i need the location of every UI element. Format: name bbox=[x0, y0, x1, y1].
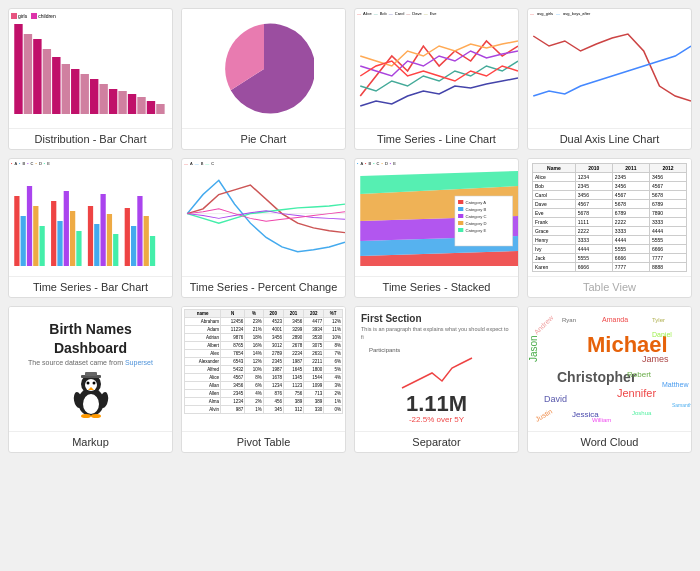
svg-text:Category D: Category D bbox=[465, 221, 486, 226]
card-markup[interactable]: Birth Names Dashboard The source dataset… bbox=[8, 306, 173, 453]
svg-text:Category E: Category E bbox=[465, 228, 486, 233]
card-ts-stacked[interactable]: ▪A ▪B ▪C ▪D ▪E Category A Category B bbox=[354, 158, 519, 298]
svg-text:Category C: Category C bbox=[465, 214, 486, 219]
svg-rect-1 bbox=[24, 34, 32, 114]
svg-rect-11 bbox=[118, 91, 126, 114]
separator-label: Separator bbox=[355, 431, 518, 452]
card-ts-percent[interactable]: —A —B —C Time Series - Percent Change bbox=[181, 158, 346, 298]
markup-visual: Birth Names Dashboard The source dataset… bbox=[9, 307, 172, 431]
svg-rect-2 bbox=[33, 39, 41, 114]
svg-rect-49 bbox=[458, 221, 463, 225]
card-bar-chart[interactable]: girls children bbox=[8, 8, 173, 150]
card-separator[interactable]: First Section This is an paragraph that … bbox=[354, 306, 519, 453]
markup-link: Superset bbox=[125, 359, 153, 366]
separator-visual: First Section This is an paragraph that … bbox=[355, 307, 518, 431]
card-dual-axis[interactable]: —avg_girls —avg_boys_after Dual Axis Lin… bbox=[527, 8, 692, 150]
svg-text:Joshua: Joshua bbox=[632, 410, 652, 416]
svg-rect-19 bbox=[33, 206, 38, 266]
sep-paragraph: This is an paragraph that explains what … bbox=[361, 326, 512, 341]
wordcloud-visual: Michael Christopher Jennifer Jason David… bbox=[528, 307, 691, 431]
svg-rect-33 bbox=[137, 196, 142, 266]
svg-text:Robert: Robert bbox=[627, 370, 652, 379]
svg-rect-17 bbox=[21, 216, 26, 266]
sep-section-title: First Section bbox=[361, 313, 512, 324]
svg-rect-12 bbox=[128, 94, 136, 114]
ts-stacked-label: Time Series - Stacked bbox=[355, 276, 518, 297]
svg-rect-20 bbox=[39, 226, 44, 266]
pie-chart-visual bbox=[182, 9, 345, 128]
svg-text:Tyler: Tyler bbox=[652, 317, 665, 323]
wordcloud-label: Word Cloud bbox=[528, 431, 691, 452]
svg-rect-13 bbox=[137, 97, 145, 114]
svg-rect-22 bbox=[57, 221, 62, 266]
svg-rect-30 bbox=[113, 234, 118, 266]
svg-rect-0 bbox=[14, 24, 22, 114]
svg-rect-10 bbox=[109, 89, 117, 114]
table-view-visual: Name201020112012 Alice123423453456 Bob23… bbox=[528, 159, 691, 276]
svg-point-61 bbox=[91, 414, 101, 418]
svg-text:Justin: Justin bbox=[534, 408, 553, 423]
svg-text:Matthew: Matthew bbox=[662, 381, 689, 388]
card-pie-chart[interactable]: Pie Chart bbox=[181, 8, 346, 150]
svg-text:James: James bbox=[642, 354, 669, 364]
svg-text:Daniel: Daniel bbox=[652, 331, 672, 338]
svg-point-58 bbox=[92, 381, 95, 384]
pivot-label: Pivot Table bbox=[182, 431, 345, 452]
svg-rect-5 bbox=[62, 64, 70, 114]
svg-text:Category A: Category A bbox=[465, 200, 486, 205]
svg-rect-29 bbox=[107, 214, 112, 266]
svg-text:Jason: Jason bbox=[528, 335, 539, 362]
svg-rect-9 bbox=[99, 84, 107, 114]
bar-chart-label: Distribution - Bar Chart bbox=[9, 128, 172, 149]
dual-axis-visual: —avg_girls —avg_boys_after bbox=[528, 9, 691, 128]
svg-rect-7 bbox=[81, 74, 89, 114]
svg-rect-34 bbox=[144, 216, 149, 266]
svg-text:Amanda: Amanda bbox=[602, 316, 628, 323]
svg-rect-27 bbox=[94, 224, 99, 266]
svg-text:Jennifer: Jennifer bbox=[617, 387, 656, 399]
svg-text:Andrew: Andrew bbox=[533, 313, 555, 335]
svg-point-60 bbox=[81, 414, 91, 418]
svg-rect-35 bbox=[150, 236, 155, 266]
pie-chart-label: Pie Chart bbox=[182, 128, 345, 149]
svg-rect-26 bbox=[88, 206, 93, 266]
svg-rect-8 bbox=[90, 79, 98, 114]
svg-rect-3 bbox=[43, 49, 51, 114]
line-chart-label: Time Series - Line Chart bbox=[355, 128, 518, 149]
table-view-label: Table View bbox=[528, 276, 691, 297]
line-chart-visual: —Alice —Bob —Carol —Dave —Eve bbox=[355, 9, 518, 128]
chart-gallery: girls children bbox=[0, 0, 700, 461]
dual-axis-label: Dual Axis Line Chart bbox=[528, 128, 691, 149]
svg-rect-65 bbox=[85, 372, 97, 376]
svg-rect-23 bbox=[64, 191, 69, 266]
svg-rect-15 bbox=[156, 104, 164, 114]
svg-rect-43 bbox=[458, 200, 463, 204]
card-ts-bar[interactable]: ▪A ▪B ▪C ▪D ▪E bbox=[8, 158, 173, 298]
card-table-view[interactable]: Name201020112012 Alice123423453456 Bob23… bbox=[527, 158, 692, 298]
svg-rect-47 bbox=[458, 214, 463, 218]
svg-rect-31 bbox=[125, 208, 130, 266]
svg-rect-51 bbox=[458, 228, 463, 232]
svg-rect-28 bbox=[100, 194, 105, 266]
svg-text:David: David bbox=[544, 394, 567, 404]
card-pivot[interactable]: nameN%200201202%T Abraham1245623%4523345… bbox=[181, 306, 346, 453]
svg-point-57 bbox=[86, 381, 89, 384]
svg-text:Christopher: Christopher bbox=[557, 369, 637, 385]
svg-rect-24 bbox=[70, 211, 75, 266]
svg-rect-25 bbox=[76, 231, 81, 266]
ts-bar-visual: ▪A ▪B ▪C ▪D ▪E bbox=[9, 159, 172, 276]
sep-change: -22.5% over 5Y bbox=[409, 415, 464, 424]
ts-percent-label: Time Series - Percent Change bbox=[182, 276, 345, 297]
svg-point-54 bbox=[83, 394, 99, 414]
ts-bar-label: Time Series - Bar Chart bbox=[9, 276, 172, 297]
svg-rect-18 bbox=[27, 186, 32, 266]
card-wordcloud[interactable]: Michael Christopher Jennifer Jason David… bbox=[527, 306, 692, 453]
card-line-chart[interactable]: —Alice —Bob —Carol —Dave —Eve Time Serie… bbox=[354, 8, 519, 150]
pivot-visual: nameN%200201202%T Abraham1245623%4523345… bbox=[182, 307, 345, 431]
sep-big-number: 1.11M bbox=[406, 393, 467, 415]
svg-text:Samantha: Samantha bbox=[672, 402, 691, 408]
svg-rect-16 bbox=[14, 196, 19, 266]
svg-text:William: William bbox=[592, 417, 611, 423]
bar-chart-visual: girls children bbox=[9, 9, 172, 128]
svg-text:Ryan: Ryan bbox=[562, 317, 576, 323]
